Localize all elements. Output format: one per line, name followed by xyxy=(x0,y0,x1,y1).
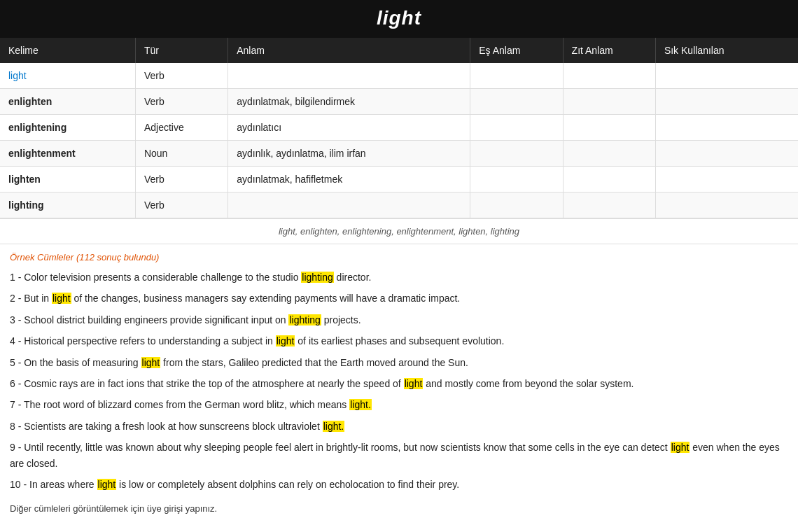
table-row: enlightenmentNounaydınlık, aydınlatma, i… xyxy=(0,141,798,167)
example-sentence: 9 - Until recently, little was known abo… xyxy=(10,440,788,471)
col-header-zit: Zıt Anlam xyxy=(563,38,655,63)
col-header-es: Eş Anlam xyxy=(470,38,563,63)
login-note: Diğer cümleleri görüntülemek için üye gi… xyxy=(10,503,788,514)
cell-tur: Noun xyxy=(135,141,227,167)
page-title: light xyxy=(0,7,798,29)
highlight-word: light xyxy=(97,479,117,490)
highlight-word: light xyxy=(141,357,161,368)
sentences-container: 1 - Color television presents a consider… xyxy=(10,270,788,492)
cell-anlam xyxy=(228,192,470,218)
example-count: (112 sonuç bulundu) xyxy=(76,252,160,262)
table-row: enlightenVerbaydınlatmak, bilgilendirmek xyxy=(0,89,798,115)
cell-sik xyxy=(655,192,798,218)
highlight-word: light. xyxy=(349,399,372,410)
cell-tur: Verb xyxy=(135,192,227,218)
cell-zit xyxy=(563,89,655,115)
cell-tur: Verb xyxy=(135,167,227,192)
col-header-sik: Sık Kullanılan xyxy=(655,38,798,63)
highlight-word: light xyxy=(671,442,690,453)
word-text: lighting xyxy=(8,200,44,211)
example-sentence: 2 - But in light of the changes, busines… xyxy=(10,290,788,306)
example-sentence: 10 - In areas where light is low or comp… xyxy=(10,477,788,492)
word-text: enlightenment xyxy=(8,148,76,159)
cell-es xyxy=(470,89,563,115)
cell-kelime[interactable]: light xyxy=(0,63,135,89)
col-header-anlam: Anlam xyxy=(228,38,470,63)
cell-kelime: lighten xyxy=(0,167,135,192)
cell-es xyxy=(470,167,563,192)
word-text: enlightening xyxy=(8,122,66,133)
cell-kelime: enlighten xyxy=(0,89,135,115)
highlight-word: light xyxy=(276,335,295,346)
table-row: lightVerb xyxy=(0,63,798,89)
table-row: enlighteningAdjectiveaydınlatıcı xyxy=(0,115,798,141)
cell-sik xyxy=(655,167,798,192)
cell-tur: Adjective xyxy=(135,115,227,141)
highlight-word: light xyxy=(52,293,71,304)
example-sentence: 4 - Historical perspective refers to und… xyxy=(10,333,788,349)
word-link[interactable]: light xyxy=(8,70,27,81)
table-row: lightenVerbaydınlatmak, hafifletmek xyxy=(0,167,798,192)
table-row: lightingVerb xyxy=(0,192,798,218)
example-sentence: 6 - Cosmic rays are in fact ions that st… xyxy=(10,376,788,391)
cell-tur: Verb xyxy=(135,89,227,115)
cell-sik xyxy=(655,141,798,167)
related-words: light, enlighten, enlightening, enlighte… xyxy=(0,218,798,244)
cell-es xyxy=(470,141,563,167)
cell-sik xyxy=(655,89,798,115)
cell-kelime: lighting xyxy=(0,192,135,218)
cell-sik xyxy=(655,63,798,89)
cell-es xyxy=(470,63,563,89)
cell-zit xyxy=(563,115,655,141)
highlight-word: lighting xyxy=(288,314,321,326)
cell-anlam: aydınlık, aydınlatma, ilim irfan xyxy=(228,141,470,167)
highlight-word: lighting xyxy=(301,272,333,283)
cell-anlam: aydınlatmak, hafifletmek xyxy=(228,167,470,192)
highlight-word: light xyxy=(404,378,424,389)
example-sentence: 7 - The root word of blizzard comes from… xyxy=(10,397,788,412)
col-header-tur: Tür xyxy=(135,38,227,63)
cell-sik xyxy=(655,115,798,141)
example-section-title: Örnek Cümleler (112 sonuç bulundu) xyxy=(10,251,788,262)
cell-kelime: enlightenment xyxy=(0,141,135,167)
page-header: light xyxy=(0,0,798,38)
cell-anlam: aydınlatmak, bilgilendirmek xyxy=(228,89,470,115)
example-sentence: 3 - School district building engineers p… xyxy=(10,312,788,328)
cell-anlam xyxy=(228,63,470,89)
example-sentence: 8 - Scientists are taking a fresh look a… xyxy=(10,419,788,434)
cell-zit xyxy=(563,192,655,218)
cell-es xyxy=(470,115,563,141)
col-header-kelime: Kelime xyxy=(0,38,135,63)
cell-tur: Verb xyxy=(135,63,227,89)
cell-kelime: enlightening xyxy=(0,115,135,141)
word-text: lighten xyxy=(8,174,41,185)
cell-zit xyxy=(563,63,655,89)
example-sentence: 1 - Color television presents a consider… xyxy=(10,270,788,285)
highlight-word: light. xyxy=(323,421,345,432)
cell-anlam: aydınlatıcı xyxy=(228,115,470,141)
cell-zit xyxy=(563,167,655,192)
example-sentence: 5 - On the basis of measuring light from… xyxy=(10,355,788,370)
word-text: enlighten xyxy=(8,96,52,107)
example-section: Örnek Cümleler (112 sonuç bulundu) 1 - C… xyxy=(0,244,798,521)
cell-zit xyxy=(563,141,655,167)
dictionary-table: Kelime Tür Anlam Eş Anlam Zıt Anlam Sık … xyxy=(0,38,798,218)
cell-es xyxy=(470,192,563,218)
